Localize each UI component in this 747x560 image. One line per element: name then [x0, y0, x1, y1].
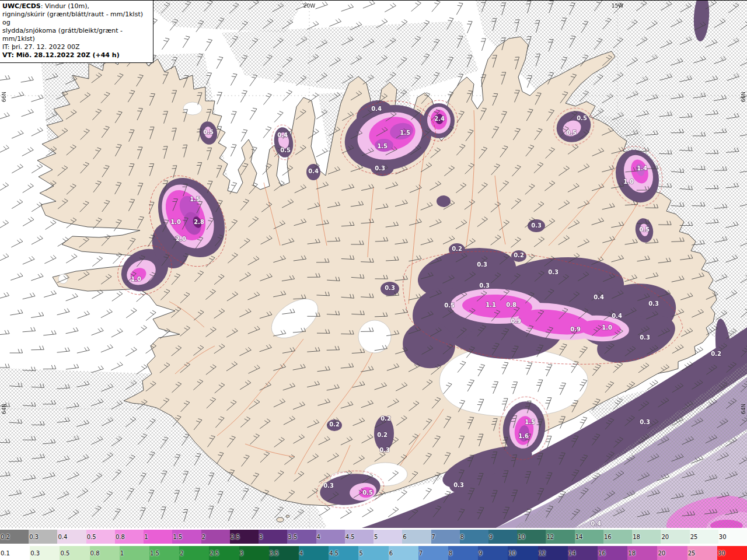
colorbar-cell: 14 [568, 546, 598, 560]
precip-value-label: 0.4 [371, 106, 382, 112]
map-title-box: UWC/ECDS: Vindur (10m), rigning/skúrir (… [0, 1, 153, 63]
colorbar-value: 4 [317, 534, 320, 540]
precip-value-label: 0.4 [277, 132, 288, 138]
precip-value-label: 0.2 [514, 252, 524, 258]
colorbar-value: 25 [690, 534, 698, 540]
colorbar-value: 2 [180, 550, 183, 556]
colorbar-cell: 4 [316, 530, 345, 544]
precip-value-label: 0.4 [308, 168, 319, 174]
colorbar-cell: 16 [598, 546, 627, 560]
colorbar-cell: 0.5 [60, 546, 89, 560]
colorbar-cell: 9 [488, 530, 517, 544]
colorbar-value: 9 [489, 534, 493, 540]
colorbar-cell: 25 [690, 530, 718, 544]
precip-value-label: 1.6 [518, 433, 529, 439]
colorbar-cell: 12 [538, 546, 568, 560]
colorbar-value: 16 [604, 534, 612, 540]
colorbar-value: 3.5 [270, 550, 279, 556]
colorbar-value: 1 [120, 550, 124, 556]
colorbar-value: 0.3 [29, 534, 39, 540]
precip-value-label: 0.3 [477, 261, 487, 268]
colorbar-cell: 25 [687, 546, 717, 560]
precip-value-label: 0.2 [377, 432, 388, 438]
colorbar-value: 20 [661, 534, 669, 540]
colorbar-value: 2 [202, 534, 205, 540]
graticule-label: 66N [741, 92, 746, 102]
colorbar-value: 1.5 [150, 550, 159, 556]
colorbar-value: 0.5 [87, 534, 96, 540]
precip-value-label: 2.0 [176, 236, 186, 242]
precip-value-label: 0.5 [362, 489, 373, 496]
snow-sleet-colorbar: 0.20.30.40.50.811.522.533.544.5567891012… [0, 530, 747, 544]
colorbar-cell: 2.5 [209, 546, 239, 560]
title-line-1: UWC/ECDS: Vindur (10m), [2, 2, 148, 10]
colorbar-value: 10 [518, 534, 525, 540]
precip-value-label: 0.2 [381, 415, 391, 422]
colorbar-value: 6 [403, 534, 406, 540]
colorbar-value: 0.1 [1, 550, 10, 556]
colorbar-value: 14 [575, 534, 583, 540]
precip-value-label: 0.5 [577, 115, 587, 121]
precip-value-label: 1.5 [400, 130, 410, 136]
colorbar-cell: 6 [402, 530, 431, 544]
colorbar-cell: 18 [632, 530, 661, 544]
colorbar-cell: 12 [546, 530, 574, 544]
init-time: IT: þri. 27. 12. 2022 00Z [2, 43, 148, 51]
colorbar-cell: 20 [661, 530, 689, 544]
precip-value-label: 0.3 [385, 285, 395, 291]
map-svg: 0.42.40.50.51.50.50.41.50.50.30.41.41.01… [0, 1, 747, 528]
colorbar-value: 0.8 [116, 534, 125, 540]
colorbar-cell: 3 [259, 530, 287, 544]
colorbar-cell: 5 [358, 546, 388, 560]
precip-value-label: 0.3 [548, 269, 558, 275]
colorbar-value: 7 [432, 534, 435, 540]
app-name: UWC/ECDS [2, 2, 41, 10]
colorbar-cell: 2 [201, 530, 230, 544]
precip-value-label: 1.4 [637, 165, 647, 172]
colorbar-cell: 6 [389, 546, 418, 560]
colorbar-cell: 0.8 [115, 530, 144, 544]
precip-value-label: 0.5 [639, 226, 650, 233]
colorbar-cell: 7 [418, 546, 448, 560]
precip-value-label: 0.3 [531, 222, 542, 229]
colorbar-value: 3 [259, 534, 263, 540]
precip-value-label: 0.2 [452, 246, 462, 252]
precip-value-label: 0.5 [566, 130, 577, 136]
colorbar-value: 1.5 [173, 534, 182, 540]
precip-value-label: 0.3 [648, 300, 659, 307]
colorbar-cell: 0.3 [29, 530, 57, 544]
colorbar-value: 1 [144, 534, 148, 540]
colorbar-value: 12 [539, 550, 546, 556]
colorbar-cell: 10 [517, 530, 546, 544]
colorbar-cell: 18 [627, 546, 657, 560]
precip-value-label: 0.3 [323, 482, 334, 489]
colorbar-value: 0.8 [90, 550, 100, 556]
precip-value-label: 1.1 [486, 302, 496, 308]
colorbar-value: 0.2 [1, 534, 10, 540]
precip-value-label: 1.0 [131, 276, 141, 282]
precip-value-label: 0.4 [612, 313, 622, 319]
valid-time: VT: Mið. 28.12.2022 20Z (+44 h) [2, 51, 148, 60]
precip-value-label: 0.4 [594, 294, 604, 300]
precip-value-label: 1.5 [190, 196, 200, 202]
precip-value-label: 0.3 [453, 482, 464, 488]
colorbar-cell: 1 [144, 530, 172, 544]
colorbar-cell: 1 [120, 546, 149, 560]
colorbar-cell: 3.5 [269, 546, 299, 560]
colorbar-cell: 4.5 [345, 530, 374, 544]
precip-value-label: 2.8 [194, 219, 204, 225]
precip-value-label: 1.0 [623, 178, 634, 185]
colorbar-cell: 0.8 [90, 546, 120, 560]
precip-value-label: 0.5 [203, 129, 214, 135]
colorbar-value: 2.5 [210, 550, 219, 556]
colorbar-cell: 0.5 [86, 530, 115, 544]
colorbar-value: 3.5 [288, 534, 297, 540]
colorbar-value: 5 [359, 550, 362, 556]
precip-value-label: 1.5 [377, 143, 388, 149]
title-line-1-rest: : Vindur (10m), [41, 2, 89, 10]
precip-value-label: 2.4 [434, 116, 445, 122]
colorbar-cell: 3 [239, 546, 269, 560]
colorbar-value: 0.3 [30, 550, 40, 556]
vestmannaeyjar-island [277, 517, 284, 522]
colorbar-value: 4.5 [345, 534, 355, 540]
